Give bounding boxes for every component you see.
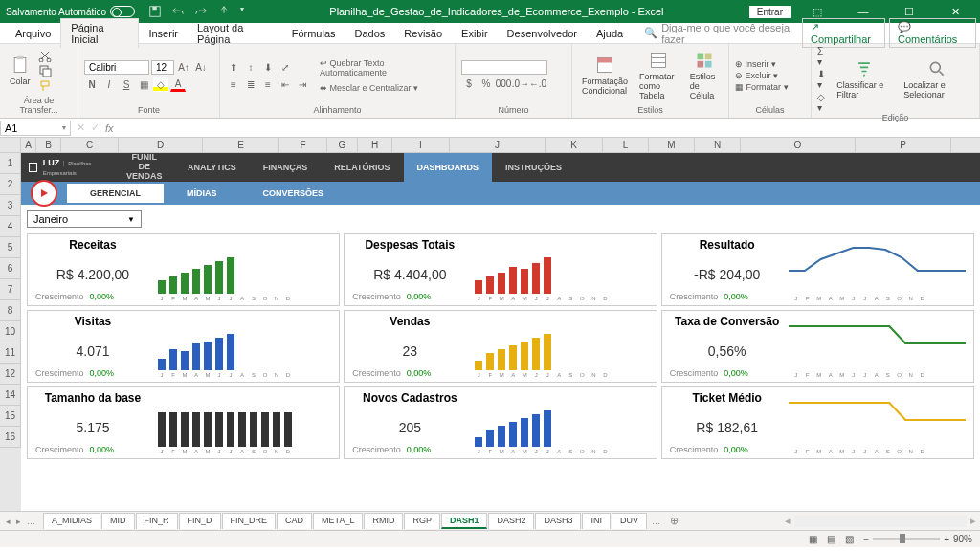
signin-button[interactable]: Entrar (749, 6, 791, 18)
col-header[interactable]: J (450, 138, 546, 152)
tab-view[interactable]: Exibir (452, 25, 498, 42)
new-sheet-button[interactable]: ⊕ (664, 515, 684, 527)
col-header[interactable]: M (649, 138, 695, 152)
cut-icon[interactable] (38, 49, 52, 62)
font-size-select[interactable]: 12 (151, 60, 174, 75)
subnav-midias[interactable]: MÍDIAS (164, 184, 240, 203)
row-header[interactable]: 3 (0, 195, 21, 216)
sheet-tab[interactable]: RMID (364, 513, 403, 529)
align-top-icon[interactable]: ⬆ (226, 59, 241, 75)
col-header[interactable]: B (36, 138, 61, 152)
cell-styles-button[interactable]: Estilos de Célula (686, 49, 723, 102)
tab-formulas[interactable]: Fórmulas (282, 25, 345, 42)
italic-button[interactable]: I (101, 77, 117, 92)
touch-icon[interactable] (217, 5, 231, 18)
fill-icon[interactable]: ⬇ ▾ (817, 69, 829, 90)
zoom-slider[interactable] (873, 538, 940, 540)
align-right-icon[interactable]: ≡ (260, 77, 276, 92)
align-middle-icon[interactable]: ↕ (243, 59, 258, 75)
align-left-icon[interactable]: ≡ (226, 77, 241, 92)
subnav-conversoes[interactable]: CONVERSÕES (240, 184, 347, 203)
view-normal-icon[interactable]: ▦ (809, 534, 817, 544)
qat-more-icon[interactable]: ▾ (240, 5, 244, 18)
font-color-icon[interactable]: A (170, 77, 186, 92)
view-layout-icon[interactable]: ▤ (827, 534, 835, 544)
view-break-icon[interactable]: ▧ (845, 534, 854, 544)
col-header[interactable]: E (203, 138, 279, 152)
sheet-tab[interactable]: DASH1 (441, 513, 488, 529)
row-header[interactable]: 7 (0, 279, 21, 300)
bold-button[interactable]: N (84, 77, 100, 92)
fill-color-icon[interactable]: ◇ (153, 77, 168, 92)
currency-icon[interactable]: $ (461, 77, 477, 92)
close-button[interactable]: ✕ (936, 6, 974, 18)
tab-developer[interactable]: Desenvolvedor (498, 25, 587, 42)
row-header[interactable]: 4 (0, 216, 21, 237)
cancel-formula-icon[interactable]: ✕ (77, 121, 85, 134)
tell-me-search[interactable]: 🔍 Diga-me o que você deseja fazer (644, 22, 802, 45)
nav-dashboards[interactable]: DASHBOARDS (404, 153, 493, 182)
format-table-button[interactable]: Formatar como Tabela (635, 49, 682, 102)
find-select-button[interactable]: Localizar e Selecionar (900, 57, 973, 101)
underline-button[interactable]: S (119, 77, 134, 92)
col-header[interactable]: G (327, 138, 358, 152)
column-headers[interactable]: ABCDEFGHIJKLMNOP (0, 138, 980, 153)
tab-data[interactable]: Dados (345, 25, 395, 42)
decrease-font-icon[interactable]: A↓ (193, 59, 209, 75)
col-header[interactable]: H (358, 138, 392, 152)
minimize-button[interactable]: — (844, 6, 882, 17)
select-all-corner[interactable] (0, 138, 21, 152)
row-header[interactable]: 2 (0, 174, 21, 195)
col-header[interactable]: O (741, 138, 856, 152)
redo-icon[interactable] (194, 5, 208, 18)
col-header[interactable]: N (695, 138, 741, 152)
row-header[interactable]: 12 (0, 364, 21, 385)
conditional-format-button[interactable]: Formatação Condicional (578, 54, 632, 98)
ribbon-options-icon[interactable]: ⬚ (798, 6, 836, 18)
tab-scroll-first[interactable]: ◂ (4, 517, 12, 526)
nav-funil[interactable]: FUNIL DE VENDAS (113, 153, 174, 182)
zoom-level[interactable]: 90% (953, 534, 972, 544)
col-header[interactable]: A (21, 138, 36, 152)
font-name-select[interactable]: Calibri (84, 60, 149, 75)
indent-dec-icon[interactable]: ⇤ (278, 77, 293, 92)
hscroll-track[interactable] (794, 516, 967, 527)
orientation-icon[interactable]: ⤢ (278, 59, 293, 75)
sheet-tab[interactable]: META_L (313, 513, 363, 529)
play-button[interactable] (31, 180, 57, 207)
autosum-icon[interactable]: Σ ▾ (817, 46, 829, 67)
sheet-tab[interactable]: MID (101, 513, 135, 529)
align-bottom-icon[interactable]: ⬇ (260, 59, 276, 75)
col-header[interactable]: I (392, 138, 450, 152)
insert-cells-button[interactable]: ⊕ Inserir ▾ (735, 59, 789, 69)
zoom-out-button[interactable]: − (863, 534, 869, 544)
hscroll-right[interactable]: ▸ (970, 515, 976, 527)
maximize-button[interactable]: ☐ (890, 6, 928, 18)
tab-more-right[interactable]: … (648, 517, 664, 526)
worksheet-area[interactable]: LUZPlanilhas Empresariais FUNIL DE VENDA… (21, 153, 980, 511)
increase-font-icon[interactable]: A↑ (176, 59, 191, 75)
nav-financas[interactable]: FINANÇAS (250, 153, 322, 182)
sheet-tab[interactable]: INI (582, 513, 611, 529)
nav-relatorios[interactable]: RELATÓRIOS (321, 153, 403, 182)
sheet-tab[interactable]: DUV (612, 513, 647, 529)
autosave-toggle[interactable]: Salvamento Automático (6, 6, 135, 17)
enter-formula-icon[interactable]: ✓ (91, 121, 100, 134)
row-header[interactable]: 6 (0, 258, 21, 279)
hscroll-left[interactable]: ◂ (785, 515, 791, 527)
col-header[interactable]: C (61, 138, 119, 152)
tab-help[interactable]: Ajuda (587, 25, 633, 42)
save-icon[interactable] (148, 5, 162, 18)
col-header[interactable]: P (856, 138, 951, 152)
undo-icon[interactable] (171, 5, 185, 18)
nav-instrucoes[interactable]: INSTRUÇÕES (492, 153, 575, 182)
sheet-tab[interactable]: RGP (404, 513, 440, 529)
decimal-inc-icon[interactable]: .0→ (513, 77, 528, 92)
fx-icon[interactable]: fx (105, 122, 114, 134)
merge-center-button[interactable]: ⬌ Mesclar e Centralizar ▾ (320, 83, 449, 93)
comma-icon[interactable]: 000 (496, 77, 511, 92)
align-center-icon[interactable]: ≣ (243, 77, 258, 92)
sheet-tab[interactable]: DASH2 (488, 513, 534, 529)
row-header[interactable]: 1 (0, 153, 21, 174)
sheet-tab[interactable]: FIN_D (179, 513, 221, 529)
